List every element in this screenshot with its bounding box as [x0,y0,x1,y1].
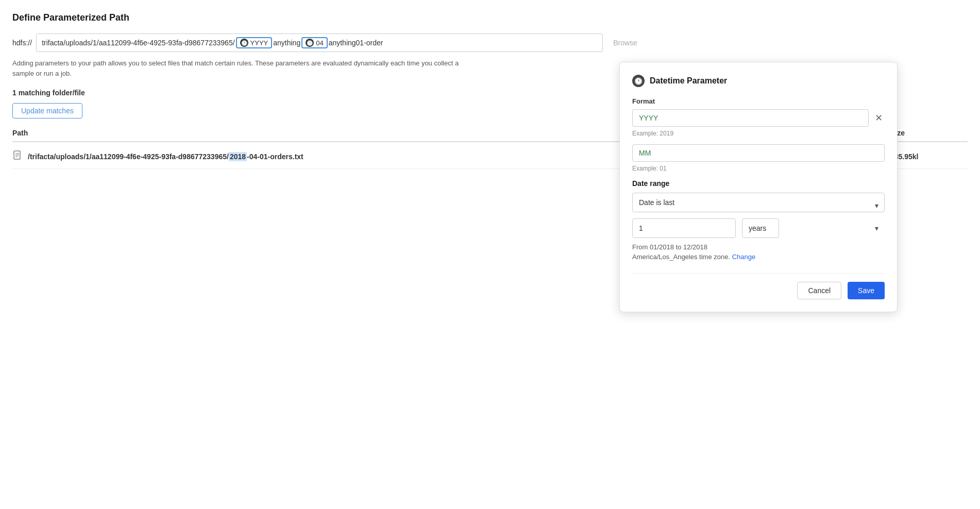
format-label: Format [632,97,885,105]
path-param-mm[interactable]: 🕐 04 [301,37,327,48]
format-input-mm[interactable] [632,144,885,162]
path-input[interactable]: trifacta/uploads/1/aa112099-4f6e-4925-93… [36,33,603,52]
panel-clock-icon: 🕐 [632,75,645,87]
clock-icon-2: 🕐 [306,39,314,47]
timezone-info: America/Los_Angeles time zone. Change [632,253,885,261]
format1-example: Example: 2019 [632,130,885,137]
range-info: From 01/2018 to 12/2018 [632,243,885,251]
panel-header: 🕐 Datetime Parameter [632,75,885,87]
path-static-1: trifacta/uploads/1/aa112099-4f6e-4925-93… [42,39,234,47]
format-input-yyyy[interactable] [632,109,869,127]
path-param-yyyy[interactable]: 🕐 YYYY [236,37,273,48]
date-range-label: Date range [632,179,885,188]
path-static-3: anything01-order [329,39,383,47]
format-row-1: ✕ [632,109,885,127]
file-path-highlight: 2018 [229,152,247,161]
clock-icon: 🕐 [240,39,248,47]
file-icon [12,150,23,162]
browse-button[interactable]: Browse [607,36,644,50]
param-mm-label: 04 [316,39,323,47]
date-number-input[interactable] [632,218,736,238]
path-prefix: hdfs:// [12,39,32,47]
save-button[interactable]: Save [848,282,885,299]
datetime-panel: 🕐 Datetime Parameter Format ✕ Example: 2… [619,62,898,312]
date-unit-select-wrapper: years months days [742,218,885,238]
file-path-after: -04-01-orders.txt [247,152,303,161]
date-range-row: years months days [632,218,885,238]
cancel-button[interactable]: Cancel [797,282,841,299]
file-size-cell: 285.95kl [890,152,968,161]
date-range-select[interactable]: Date is last Date is next Date is betwee… [632,193,885,212]
description-text: Adding parameters to your path allows yo… [12,58,476,78]
param-yyyy-label: YYYY [250,39,268,47]
clear-yyyy-button[interactable]: ✕ [873,111,885,125]
file-path-before: /trifacta/uploads/1/aa112099-4f6e-4925-9… [28,152,229,161]
date-unit-select[interactable]: years months days [742,218,779,238]
page-title: Define Parameterized Path [12,12,968,23]
panel-title: Datetime Parameter [650,76,727,86]
timezone-change-link[interactable]: Change [732,253,756,261]
format-row-2 [632,144,885,162]
format2-example: Example: 01 [632,165,885,172]
path-row: hdfs:// trifacta/uploads/1/aa112099-4f6e… [12,33,968,52]
panel-footer: Cancel Save [632,273,885,299]
col-header-size: Size [890,129,968,137]
path-static-2: anything [273,39,300,47]
update-matches-button[interactable]: Update matches [12,103,82,118]
timezone-text: America/Los_Angeles time zone. [632,253,730,261]
date-range-select-wrapper: Date is last Date is next Date is betwee… [632,193,885,218]
